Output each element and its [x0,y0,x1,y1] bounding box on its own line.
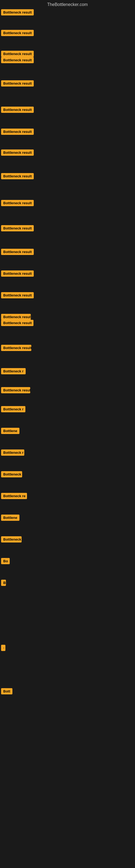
bottleneck-badge[interactable]: Bottleneck result [1,292,34,299]
bottleneck-badge[interactable]: Bottleneck re [1,493,27,499]
bottleneck-badge[interactable]: Bottleneck result [1,271,34,277]
result-row: Bottleneck result [1,57,34,64]
bottleneck-badge[interactable]: Bottleneck result [1,30,34,36]
bottleneck-badge[interactable]: Bo [1,558,10,564]
bottleneck-badge[interactable]: Bottleneck result [1,345,31,351]
bottleneck-badge[interactable]: Bottleneck result [1,320,34,326]
result-row: Bottleneck result [1,106,34,114]
result-row: B [1,580,6,587]
result-row: Bottleneck result [1,80,34,88]
result-row: Bottleneck result [1,9,34,17]
result-row: Bottleneck result [1,345,31,352]
result-row: Bottleneck [1,536,21,544]
result-row: Bottleneck result [1,320,34,327]
bottleneck-badge[interactable]: Bottleneck result [1,80,34,87]
bottleneck-badge[interactable]: Bottleneck result [1,387,30,393]
result-row: Bottleneck result [1,150,34,157]
result-row: Bottleneck r [1,450,24,457]
bottleneck-badge[interactable]: Bottleneck result [1,57,34,63]
bottleneck-badge[interactable]: Bottleneck result [1,314,31,320]
result-row: Bottleneck [1,471,22,478]
bottleneck-badge[interactable]: Bottleneck result [1,249,34,255]
bottleneck-badge[interactable]: Bott [1,688,12,694]
result-row: Bottleneck r [1,406,26,413]
bottleneck-badge[interactable]: Bottleneck r [1,368,26,374]
result-row: Bottleneck result [1,387,30,394]
bottleneck-badge[interactable]: Bottleneck result [1,150,34,156]
result-row: Bottleneck result [1,30,34,37]
result-row: Bo [1,558,10,565]
result-row: Bottlene [1,515,19,522]
result-row: Bottleneck r [1,368,26,375]
results-container: Bottleneck resultBottleneck resultBottle… [0,9,135,866]
bottleneck-badge[interactable]: Bottleneck result [1,173,34,179]
result-row: Bottleneck result [1,271,34,278]
result-row: Bottleneck result [1,129,34,136]
bottleneck-badge[interactable]: B [1,580,6,586]
site-title: TheBottlenecker.com [0,0,135,9]
result-row: Bottlene [1,428,19,435]
bottleneck-badge[interactable]: Bottlene [1,515,19,521]
result-row: Bottleneck result [1,173,34,180]
result-row: Bottleneck re [1,493,27,500]
bottleneck-badge[interactable]: Bottleneck result [1,129,34,135]
bottleneck-badge[interactable]: Bottleneck r [1,406,26,412]
bottleneck-badge[interactable]: Bottleneck result [1,106,34,113]
bottleneck-badge[interactable]: Bottleneck [1,536,21,542]
bottleneck-badge[interactable]: Bottleneck [1,471,22,477]
result-row: · [1,645,5,652]
result-row: Bott [1,688,12,695]
bottleneck-badge[interactable]: Bottleneck result [1,9,34,16]
bottleneck-badge[interactable]: Bottleneck result [1,200,34,206]
bottleneck-badge[interactable]: Bottleneck result [1,51,34,57]
result-row: Bottleneck result [1,292,34,300]
result-row: Bottleneck result [1,225,34,232]
result-row: Bottleneck result [1,249,34,256]
bottleneck-badge[interactable]: Bottleneck result [1,225,34,231]
result-row: Bottleneck result [1,200,34,207]
bottleneck-badge[interactable]: Bottlene [1,428,19,434]
bottleneck-badge[interactable]: · [1,645,5,651]
bottleneck-badge[interactable]: Bottleneck r [1,450,24,456]
